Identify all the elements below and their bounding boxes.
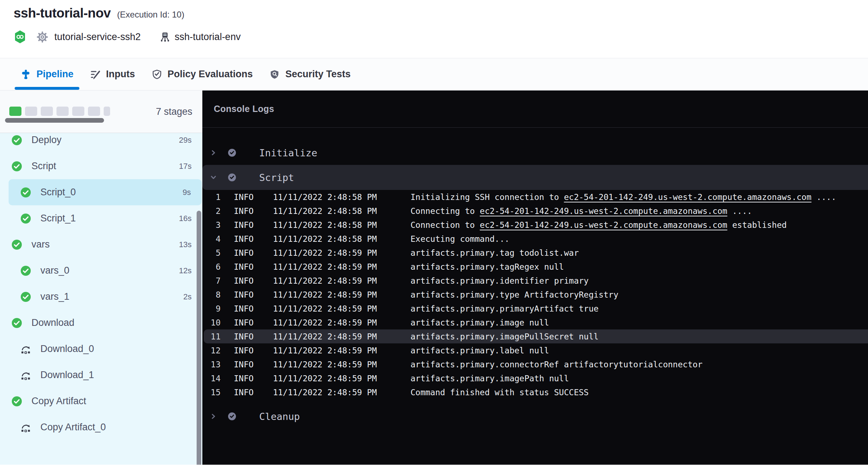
- stage-list-item-copy-artifact_0[interactable]: Copy Artifact_0: [0, 414, 202, 440]
- title-row: ssh-tutorial-nov (Execution Id: 10): [14, 6, 184, 21]
- stage-list-item-script_1[interactable]: Script_116s: [0, 205, 202, 231]
- log-line-2[interactable]: 2INFO11/11/2022 2:48:58 PMConnecting to …: [202, 204, 868, 218]
- stage-progress-segment[interactable]: [72, 107, 84, 116]
- log-level: INFO: [234, 234, 253, 244]
- stage-list-item-copy-artifact[interactable]: Copy Artifact: [0, 388, 202, 414]
- stage-list-item-deploy[interactable]: Deploy29s: [0, 133, 202, 153]
- log-level: INFO: [234, 304, 253, 313]
- execution-id: (Execution Id: 10): [117, 10, 184, 20]
- log-line-9[interactable]: 9INFO11/11/2022 2:48:59 PMartifacts.prim…: [202, 302, 868, 315]
- pipeline-execution-page: ssh-tutorial-nov (Execution Id: 10): [0, 0, 868, 465]
- stage-progress-segment[interactable]: [88, 107, 100, 116]
- step-group-icon: [20, 422, 31, 433]
- stages-horizontal-scrollbar[interactable]: [5, 118, 104, 123]
- stage-label: Script_0: [40, 187, 76, 198]
- log-line-number: 2: [209, 206, 221, 216]
- success-check-icon: [20, 292, 31, 302]
- log-level: INFO: [234, 346, 253, 355]
- log-line-number: 14: [209, 374, 221, 383]
- log-host-link[interactable]: ec2-54-201-142-249.us-west-2.compute.ama…: [480, 220, 727, 230]
- log-section-script[interactable]: Script: [202, 165, 868, 190]
- security-shield-icon: [269, 69, 280, 80]
- log-line-8[interactable]: 8INFO11/11/2022 2:48:59 PMartifacts.prim…: [202, 288, 868, 302]
- log-timestamp: 11/11/2022 2:48:58 PM: [273, 220, 377, 230]
- log-line-5[interactable]: 5INFO11/11/2022 2:48:59 PMartifacts.prim…: [202, 246, 868, 260]
- stage-list-item-download_0[interactable]: Download_0: [0, 336, 202, 362]
- tab-label: Security Tests: [285, 69, 351, 80]
- stage-label: Download: [31, 317, 74, 328]
- log-text: artifacts.primary.identifier primary: [410, 276, 589, 285]
- log-text: Executing command...: [410, 234, 509, 244]
- stage-list-item-vars_0[interactable]: vars_012s: [0, 258, 202, 284]
- log-message: Initializing SSH connection to ec2-54-20…: [410, 192, 836, 202]
- execution-header: ssh-tutorial-nov (Execution Id: 10): [0, 0, 868, 58]
- log-message: artifacts.primary.primaryArtifact true: [410, 304, 598, 313]
- chevron-right-icon[interactable]: [209, 413, 218, 420]
- log-line-number: 15: [209, 388, 221, 397]
- log-line-1[interactable]: 1INFO11/11/2022 2:48:58 PMInitializing S…: [202, 190, 868, 204]
- console-logs-body: Initialize Script 1INFO11/11/2022 2:48:5…: [202, 128, 868, 429]
- chevron-down-icon[interactable]: [209, 174, 218, 181]
- deployment-hexagon-icon: [14, 30, 26, 44]
- log-line-12[interactable]: 12INFO11/11/2022 2:48:59 PMartifacts.pri…: [202, 343, 868, 357]
- log-line-4[interactable]: 4INFO11/11/2022 2:48:58 PMExecuting comm…: [202, 232, 868, 246]
- log-line-11[interactable]: 11INFO11/11/2022 2:48:59 PMartifacts.pri…: [204, 329, 868, 343]
- log-line-15[interactable]: 15INFO11/11/2022 2:48:59 PMCommand finis…: [202, 385, 868, 399]
- chevron-right-icon[interactable]: [209, 149, 218, 156]
- success-check-icon: [11, 396, 22, 407]
- stage-label: Deploy: [31, 134, 61, 146]
- log-level: INFO: [234, 388, 253, 397]
- stage-progress-segment[interactable]: [41, 107, 53, 116]
- log-line-13[interactable]: 13INFO11/11/2022 2:48:59 PMartifacts.pri…: [202, 357, 868, 371]
- stage-list-item-download[interactable]: Download: [0, 310, 202, 336]
- stages-count-label: 7 stages: [156, 106, 192, 117]
- stage-progress-segment[interactable]: [25, 107, 37, 116]
- log-line-number: 13: [209, 360, 221, 369]
- stage-progress-segment[interactable]: [56, 107, 69, 116]
- log-line-3[interactable]: 3INFO11/11/2022 2:48:58 PMConnection to …: [202, 218, 868, 232]
- stage-progress-segment[interactable]: [104, 107, 110, 116]
- stage-list-item-script[interactable]: Script17s: [0, 153, 202, 179]
- log-timestamp: 11/11/2022 2:48:59 PM: [273, 290, 377, 299]
- log-host-link[interactable]: ec2-54-201-142-249.us-west-2.compute.ama…: [564, 192, 811, 202]
- stage-list-item-script_0[interactable]: Script_09s: [9, 179, 202, 205]
- service-gear-icon: [36, 31, 48, 43]
- stage-list-scrollbar[interactable]: [197, 211, 201, 465]
- tab-security-tests[interactable]: Security Tests: [269, 58, 351, 90]
- stage-list-item-download_1[interactable]: Download_1: [0, 362, 202, 388]
- stage-label: Copy Artifact_0: [40, 422, 106, 433]
- log-timestamp: 11/11/2022 2:48:59 PM: [273, 304, 377, 313]
- stage-progress-segment[interactable]: [9, 107, 21, 116]
- log-section-cleanup[interactable]: Cleanup: [202, 404, 868, 429]
- environment-name: ssh-tutorial-env: [175, 31, 241, 43]
- log-line-14[interactable]: 14INFO11/11/2022 2:48:59 PMartifacts.pri…: [202, 371, 868, 385]
- log-text: artifacts.primary.label null: [410, 346, 549, 355]
- log-text: artifacts.primary.imagePullSecret null: [410, 332, 598, 341]
- stage-list-item-vars[interactable]: vars13s: [0, 231, 202, 258]
- log-text: artifacts.primary.type ArtifactoryRegist…: [410, 290, 618, 299]
- inputs-icon: [90, 69, 101, 80]
- log-host-link[interactable]: ec2-54-201-142-249.us-west-2.compute.ama…: [480, 206, 727, 216]
- policy-shield-icon: [152, 69, 162, 80]
- log-section-initialize[interactable]: Initialize: [202, 141, 868, 165]
- tab-policy-evaluations[interactable]: Policy Evaluations: [152, 58, 253, 90]
- log-line-10[interactable]: 10INFO11/11/2022 2:48:59 PMartifacts.pri…: [202, 315, 868, 329]
- stage-label: vars: [31, 239, 50, 250]
- stage-list-item-vars_1[interactable]: vars_12s: [0, 284, 202, 310]
- execution-tab-bar: Pipeline Inputs Policy Evaluations Secur…: [0, 58, 868, 90]
- tab-pipeline[interactable]: Pipeline: [20, 58, 74, 90]
- tab-inputs[interactable]: Inputs: [90, 58, 135, 90]
- log-line-7[interactable]: 7INFO11/11/2022 2:48:59 PMartifacts.prim…: [202, 274, 868, 288]
- log-timestamp: 11/11/2022 2:48:59 PM: [273, 332, 377, 341]
- log-level: INFO: [234, 360, 253, 369]
- environment-icon: [159, 31, 171, 43]
- log-line-6[interactable]: 6INFO11/11/2022 2:48:59 PMartifacts.prim…: [202, 260, 868, 274]
- log-text: artifacts.primary.tag todolist.war: [410, 248, 579, 258]
- log-level: INFO: [234, 248, 253, 258]
- log-line-number: 9: [209, 304, 221, 313]
- log-level: INFO: [234, 374, 253, 383]
- log-timestamp: 11/11/2022 2:48:58 PM: [273, 206, 377, 216]
- log-message: artifacts.primary.label null: [410, 346, 549, 355]
- log-message: artifacts.primary.imagePath null: [410, 374, 569, 383]
- log-timestamp: 11/11/2022 2:48:59 PM: [273, 360, 377, 369]
